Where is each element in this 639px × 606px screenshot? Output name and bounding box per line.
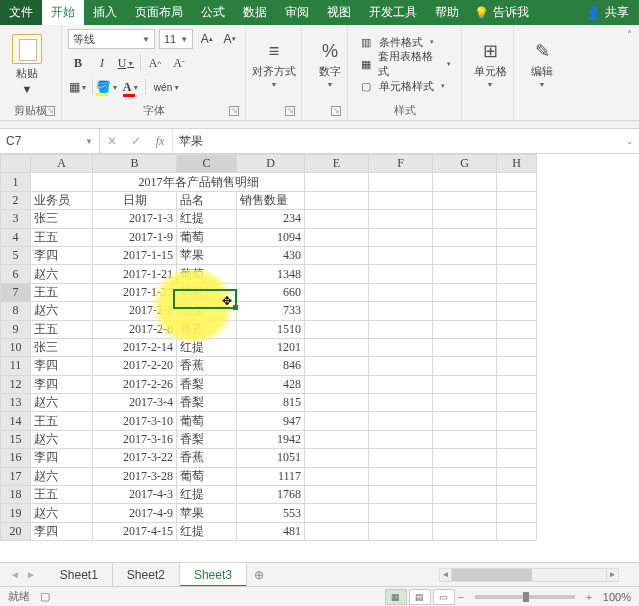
page-break-view-button[interactable]: ▭ <box>433 589 455 605</box>
cell[interactable]: 赵六 <box>31 265 93 283</box>
cell[interactable] <box>497 375 537 393</box>
sheet-nav-prev-icon[interactable]: ◄ <box>10 569 20 580</box>
cell[interactable]: 苹果 <box>177 283 237 301</box>
column-header-E[interactable]: E <box>305 155 369 173</box>
cell[interactable]: 赵六 <box>31 467 93 485</box>
cell[interactable] <box>369 283 433 301</box>
zoom-level[interactable]: 100% <box>603 591 631 603</box>
cell[interactable] <box>497 246 537 264</box>
fill-color-button[interactable]: 🪣▼ <box>97 77 117 97</box>
cell[interactable]: 2017-2-14 <box>93 338 177 356</box>
cell[interactable]: 业务员 <box>31 191 93 209</box>
cell[interactable] <box>433 449 497 467</box>
cell[interactable]: 1768 <box>237 486 305 504</box>
cell[interactable] <box>305 283 369 301</box>
add-sheet-button[interactable]: ⊕ <box>247 568 271 582</box>
cell[interactable]: 苹果 <box>177 504 237 522</box>
row-header-4[interactable]: 4 <box>1 228 31 246</box>
cell[interactable] <box>497 283 537 301</box>
row-header-6[interactable]: 6 <box>1 265 31 283</box>
row-header-20[interactable]: 20 <box>1 522 31 540</box>
row-header-1[interactable]: 1 <box>1 173 31 191</box>
cell[interactable] <box>497 412 537 430</box>
normal-view-button[interactable]: ▦ <box>385 589 407 605</box>
cell[interactable]: 2017-2-2 <box>93 302 177 320</box>
cell[interactable] <box>305 173 369 191</box>
cell[interactable] <box>369 210 433 228</box>
tab-view[interactable]: 视图 <box>318 0 360 25</box>
paste-button[interactable]: 粘贴 ▼ <box>6 34 48 95</box>
chevron-down-icon[interactable]: ▼ <box>85 137 93 146</box>
cell[interactable]: 香梨 <box>177 394 237 412</box>
cell[interactable]: 1201 <box>237 338 305 356</box>
sheet-nav[interactable]: ◄ ► <box>0 569 46 580</box>
row-header-10[interactable]: 10 <box>1 338 31 356</box>
cell[interactable] <box>433 210 497 228</box>
cell[interactable]: 品名 <box>177 191 237 209</box>
cell[interactable] <box>433 338 497 356</box>
cell[interactable] <box>497 430 537 448</box>
cell[interactable] <box>369 486 433 504</box>
cell[interactable] <box>369 412 433 430</box>
cell[interactable] <box>369 320 433 338</box>
cell[interactable]: 李四 <box>31 357 93 375</box>
cell[interactable] <box>433 375 497 393</box>
cell[interactable] <box>497 504 537 522</box>
alignment-button[interactable]: ≡ 对齐方式 ▼ <box>252 29 296 99</box>
cell[interactable]: 张三 <box>31 210 93 228</box>
tell-me[interactable]: 💡 告诉我 <box>474 4 529 21</box>
cell[interactable] <box>305 375 369 393</box>
cell[interactable] <box>369 246 433 264</box>
cell[interactable] <box>497 265 537 283</box>
cell[interactable]: 1117 <box>237 467 305 485</box>
cell[interactable]: 947 <box>237 412 305 430</box>
cells-button[interactable]: ⊞ 单元格 ▼ <box>468 29 512 99</box>
cell[interactable]: 2017-3-28 <box>93 467 177 485</box>
cell[interactable] <box>305 246 369 264</box>
cell[interactable]: 香梨 <box>177 375 237 393</box>
cell[interactable] <box>369 394 433 412</box>
tab-file[interactable]: 文件 <box>0 0 42 25</box>
number-format-button[interactable]: % 数字 ▼ <box>308 29 352 99</box>
cell[interactable] <box>433 191 497 209</box>
cell[interactable]: 2017-2-26 <box>93 375 177 393</box>
cell[interactable]: 葡萄 <box>177 265 237 283</box>
tab-formulas[interactable]: 公式 <box>192 0 234 25</box>
cell[interactable]: 王五 <box>31 228 93 246</box>
row-header-19[interactable]: 19 <box>1 504 31 522</box>
cell[interactable]: 2017-2-8 <box>93 320 177 338</box>
tab-data[interactable]: 数据 <box>234 0 276 25</box>
underline-button[interactable]: U▼ <box>116 53 136 73</box>
cell[interactable]: 2017-3-4 <box>93 394 177 412</box>
row-header-9[interactable]: 9 <box>1 320 31 338</box>
cell[interactable] <box>305 228 369 246</box>
expand-formula-bar[interactable]: ⌄ <box>621 136 639 146</box>
cell[interactable] <box>433 173 497 191</box>
cell[interactable]: 苹果 <box>177 246 237 264</box>
cell[interactable]: 2017-3-22 <box>93 449 177 467</box>
cell[interactable] <box>433 430 497 448</box>
cell[interactable]: 赵六 <box>31 302 93 320</box>
cell[interactable] <box>305 504 369 522</box>
cell[interactable] <box>369 504 433 522</box>
cell[interactable] <box>305 522 369 540</box>
cell[interactable] <box>305 449 369 467</box>
cell[interactable]: 红提 <box>177 338 237 356</box>
cell[interactable]: 日期 <box>93 191 177 209</box>
collapse-ribbon-button[interactable]: ˄ <box>619 25 639 120</box>
cell[interactable] <box>497 173 537 191</box>
cell[interactable]: 张三 <box>31 338 93 356</box>
name-box[interactable]: C7 ▼ <box>0 129 100 153</box>
sheet-tab-1[interactable]: Sheet1 <box>46 563 113 587</box>
row-header-13[interactable]: 13 <box>1 394 31 412</box>
cell[interactable]: 王五 <box>31 283 93 301</box>
cell[interactable] <box>497 467 537 485</box>
row-header-17[interactable]: 17 <box>1 467 31 485</box>
cell[interactable]: 553 <box>237 504 305 522</box>
cell[interactable] <box>497 228 537 246</box>
column-header-B[interactable]: B <box>93 155 177 173</box>
cell[interactable]: 销售数量 <box>237 191 305 209</box>
cell[interactable] <box>369 228 433 246</box>
cell[interactable]: 2017-3-10 <box>93 412 177 430</box>
zoom-out-button[interactable]: − <box>455 591 467 603</box>
